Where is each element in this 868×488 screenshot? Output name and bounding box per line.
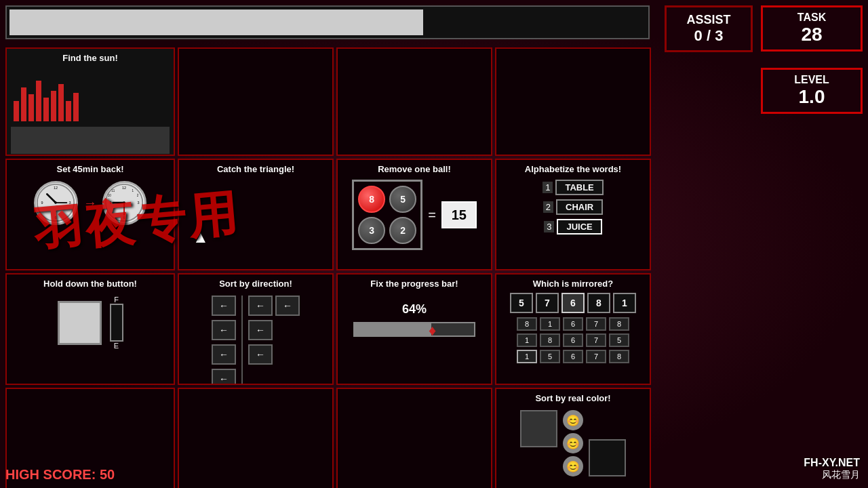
fix-pct: 64% — [342, 302, 487, 317]
hold-content: F E — [11, 296, 170, 350]
set-time-title: Set 45min back! — [11, 164, 170, 174]
ball-2[interactable]: 2 — [389, 217, 416, 244]
dir-btn-left-1[interactable]: ← — [212, 296, 236, 316]
mirror-num-1[interactable]: 1 — [613, 293, 636, 313]
word-btn-chair[interactable]: CHAIR — [556, 199, 603, 215]
ball-5[interactable]: 5 — [389, 186, 416, 213]
dir-btn-left-c[interactable]: ← — [248, 320, 273, 340]
find-sun-title: Find the sun! — [11, 53, 170, 63]
cell-sort-direction: Sort by direction! ← ← ← ← ← ← ← ← — [178, 273, 334, 385]
dir-btn-left-3[interactable]: ← — [212, 344, 236, 365]
cell-which-mirrored: Which is mirrored? 5 7 6 8 1 8 1 6 7 8 — [495, 273, 651, 385]
hold-bar-label-bot: E — [114, 342, 119, 350]
word-btn-table[interactable]: TABLE — [555, 180, 603, 195]
mirror-option-row-3: 1 5 6 7 8 — [500, 350, 646, 363]
cell-remove-ball: Remove one ball! 8 5 3 2 = 15 — [336, 159, 492, 270]
hold-bar-container: F E — [110, 296, 123, 350]
smiley-column: 😊 😊 😊 — [563, 410, 583, 476]
sort-color-title: Sort by real color! — [500, 393, 646, 403]
cell-find-sun: Find the sun! — [5, 47, 175, 156]
cell-sort-color: Sort by real color! 😊 😊 😊 — [495, 388, 651, 488]
mirror-opt-2-2[interactable]: 8 — [540, 333, 560, 347]
mirror-num-6[interactable]: 6 — [561, 293, 585, 313]
mirror-opt-1-5[interactable]: 8 — [609, 317, 629, 331]
smiley-1[interactable]: 😊 — [563, 410, 583, 430]
sun-bar-4 — [36, 81, 41, 121]
high-score: HIGH SCORE: 50 — [5, 467, 115, 483]
mirror-opt-2-4[interactable]: 7 — [586, 333, 606, 347]
word-btn-juice[interactable]: JUICE — [557, 219, 601, 235]
sun-dark-area — [11, 127, 170, 154]
sort-direction-title: Sort by direction! — [183, 279, 328, 289]
mirror-opt-3-3[interactable]: 6 — [563, 350, 583, 363]
cell-hold-button: Hold down the button! F E — [5, 273, 175, 385]
hold-btn[interactable] — [58, 301, 102, 345]
result-box: 15 — [441, 201, 477, 228]
dir-arrows-right: ← ← ← ← — [248, 296, 300, 385]
smiley-3[interactable]: 😊 — [563, 456, 583, 476]
hold-bar — [110, 304, 123, 342]
task-box: TASK 28 — [761, 5, 863, 52]
svg-text:12: 12 — [122, 186, 126, 190]
ball-8[interactable]: 8 — [358, 186, 385, 213]
word-item-2: 2 CHAIR — [543, 199, 603, 215]
dir-btn-left-b[interactable]: ← — [275, 296, 300, 316]
mirror-num-5[interactable]: 5 — [510, 293, 533, 313]
word-item-3: 3 JUICE — [544, 219, 602, 235]
dir-btn-left-a[interactable]: ← — [248, 296, 273, 316]
mirror-opt-3-5[interactable]: 8 — [609, 350, 629, 363]
mirror-option-row-1: 8 1 6 7 8 — [500, 317, 646, 331]
dir-btn-left-d[interactable]: ← — [248, 344, 273, 365]
mirror-opt-1-3[interactable]: 6 — [563, 317, 583, 331]
ball-3[interactable]: 3 — [358, 217, 385, 244]
mirror-content: 5 7 6 8 1 8 1 6 7 8 1 8 6 7 — [500, 293, 646, 363]
assist-panel: ASSIST 0 / 3 — [665, 5, 753, 52]
alphabetize-title: Alphabetize the words! — [500, 164, 646, 174]
color-square-gray[interactable] — [520, 410, 557, 447]
mirror-opt-1-1[interactable]: 8 — [517, 317, 537, 331]
dir-btn-left-4[interactable]: ← — [212, 369, 236, 385]
mirror-opt-3-2[interactable]: 5 — [540, 350, 560, 363]
sun-bar-1 — [14, 101, 19, 121]
task-number: 28 — [770, 24, 854, 45]
sun-bar-6 — [51, 91, 56, 121]
svg-text:12: 12 — [54, 186, 58, 190]
mirror-num-8[interactable]: 8 — [587, 293, 610, 313]
fix-bar-fill — [355, 323, 431, 336]
dir-btn-left-2[interactable]: ← — [212, 320, 236, 340]
mirror-opt-3-4[interactable]: 7 — [586, 350, 606, 363]
word-num-3: 3 — [544, 221, 554, 232]
watermark-site: FH-XY.NET — [804, 457, 860, 469]
cell-empty-3 — [495, 47, 651, 156]
cell-empty-2 — [336, 47, 492, 156]
cell-empty-6 — [336, 388, 492, 488]
hold-bar-label-top: F — [114, 296, 119, 304]
sun-bar-5 — [43, 98, 49, 121]
fix-bar-track[interactable]: ♦ — [353, 322, 475, 337]
mirror-opt-1-4[interactable]: 7 — [586, 317, 606, 331]
color-square-black[interactable] — [589, 439, 626, 476]
progress-fill — [9, 9, 423, 35]
dir-separator — [241, 296, 243, 385]
mirror-opt-2-3[interactable]: 6 — [563, 333, 583, 347]
mirror-opt-2-5[interactable]: 5 — [609, 333, 629, 347]
fix-progress-title: Fix the progress bar! — [342, 279, 487, 289]
balls-container: 8 5 3 2 — [352, 180, 422, 250]
equals-sign: = — [428, 207, 436, 223]
mirror-opt-1-2[interactable]: 1 — [540, 317, 560, 331]
mirror-num-7[interactable]: 7 — [536, 293, 559, 313]
smiley-2[interactable]: 😊 — [563, 433, 583, 453]
level-value: 1.0 — [770, 86, 854, 108]
sun-bar-8 — [66, 101, 71, 121]
direction-content: ← ← ← ← ← ← ← ← — [183, 296, 328, 385]
cell-empty-1 — [178, 47, 334, 156]
mirror-opt-3-1[interactable]: 1 — [517, 350, 537, 363]
word-list: 1 TABLE 2 CHAIR 3 JUICE — [500, 180, 646, 235]
remove-ball-title: Remove one ball! — [342, 164, 487, 174]
mirror-opt-2-1[interactable]: 1 — [517, 333, 537, 347]
sun-bar-2 — [21, 87, 26, 121]
task-label: TASK — [770, 12, 854, 24]
level-label: LEVEL — [770, 74, 854, 86]
mirror-option-row-2: 1 8 6 7 5 — [500, 333, 646, 347]
cell-alphabetize: Alphabetize the words! 1 TABLE 2 CHAIR 3… — [495, 159, 651, 270]
